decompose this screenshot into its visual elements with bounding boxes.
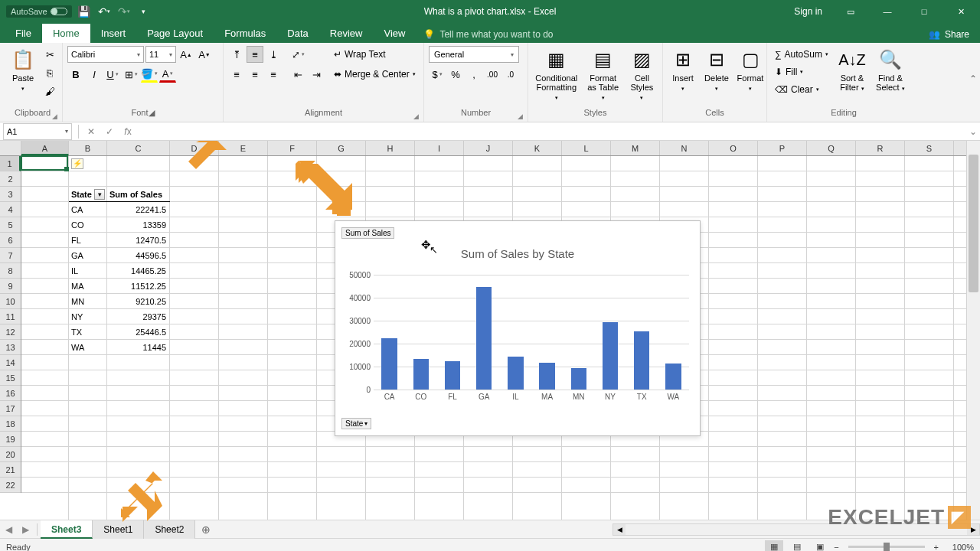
tab-home[interactable]: Home <box>42 24 90 43</box>
column-header[interactable]: K <box>513 141 562 155</box>
cell[interactable]: 25446.5 <box>107 324 168 340</box>
enter-formula-icon[interactable]: ✓ <box>100 126 119 137</box>
align-bottom-icon[interactable]: ⤓ <box>265 46 282 63</box>
chart-field-button-axis[interactable]: State ▾ <box>341 418 371 429</box>
cell[interactable]: 13359 <box>107 217 168 233</box>
quick-analysis-icon[interactable]: ⚡ <box>71 158 83 169</box>
chart-bar[interactable] <box>381 338 397 390</box>
chart-bar[interactable] <box>413 359 430 390</box>
column-header[interactable]: P <box>758 141 807 155</box>
column-header[interactable]: C <box>107 141 170 155</box>
row-header[interactable]: 10 <box>0 294 21 309</box>
underline-button[interactable]: U <box>104 66 121 83</box>
font-size-combo[interactable]: 11▾ <box>145 46 176 63</box>
chart-bar[interactable] <box>508 357 524 390</box>
row-header[interactable]: 11 <box>0 309 21 324</box>
chart-field-button-value[interactable]: Sum of Sales <box>341 227 394 239</box>
qat-customize-icon[interactable]: ▾ <box>136 4 152 19</box>
ribbon-options-icon[interactable]: ▭ <box>833 0 868 23</box>
cell[interactable]: Sum of Sales <box>107 187 168 202</box>
row-header[interactable]: 21 <box>0 462 21 478</box>
column-header[interactable]: L <box>562 141 611 155</box>
dialog-launcher-icon[interactable]: ◢ <box>413 112 419 120</box>
number-format-combo[interactable]: General▾ <box>429 46 519 63</box>
pivot-chart[interactable]: Sum of Sales Sum of Sales by State 01000… <box>335 220 701 436</box>
column-header[interactable]: O <box>709 141 758 155</box>
share-button[interactable]: 👥 Share <box>929 29 980 43</box>
fx-icon[interactable]: fx <box>119 126 137 137</box>
cell[interactable]: GA <box>69 248 106 263</box>
cell[interactable]: 11512.25 <box>107 279 168 294</box>
pivot-filter-dropdown[interactable]: ▾ <box>94 189 105 200</box>
cell[interactable]: MN <box>69 294 106 309</box>
row-header[interactable]: 16 <box>0 386 21 401</box>
column-header[interactable]: H <box>366 141 415 155</box>
delete-cells-button[interactable]: ⊟Delete▾ <box>701 46 732 93</box>
column-headers[interactable]: ABCDEFGHIJKLMNOPQRS <box>21 141 966 156</box>
worksheet-grid[interactable]: ABCDEFGHIJKLMNOPQRS 12345678910111213141… <box>0 141 980 520</box>
chart-bar[interactable] <box>476 287 492 390</box>
column-header[interactable]: R <box>856 141 905 155</box>
chart-plot-area[interactable]: 01000020000300004000050000CACOFLGAILMAMN… <box>374 275 689 390</box>
tellme-input[interactable]: 💡 Tell me what you want to do <box>423 29 553 43</box>
bold-button[interactable]: B <box>67 66 84 83</box>
column-header[interactable]: D <box>170 141 219 155</box>
format-cells-button[interactable]: ▢Format▾ <box>735 46 766 93</box>
format-painter-icon[interactable]: 🖌 <box>41 83 58 99</box>
cell[interactable]: 44596.5 <box>107 248 168 263</box>
page-layout-view-icon[interactable]: ▤ <box>788 540 806 552</box>
italic-button[interactable]: I <box>86 66 103 83</box>
font-color-button[interactable]: A <box>159 66 176 83</box>
maximize-button[interactable]: □ <box>906 0 942 23</box>
tab-review[interactable]: Review <box>319 24 374 43</box>
normal-view-icon[interactable]: ▦ <box>765 540 783 552</box>
align-top-icon[interactable]: ⤒ <box>228 46 245 63</box>
cancel-formula-icon[interactable]: ✕ <box>82 126 100 137</box>
align-left-icon[interactable]: ≡ <box>228 66 245 83</box>
cell[interactable]: CO <box>69 217 106 233</box>
save-icon[interactable]: 💾 <box>77 4 92 19</box>
sheet-nav-prev-icon[interactable]: ◀ <box>0 524 17 535</box>
decrease-font-icon[interactable]: A▼ <box>196 46 213 63</box>
accounting-format-icon[interactable]: $ <box>429 66 446 83</box>
cell[interactable]: 11445 <box>107 340 168 355</box>
sheet-tab-sheet1[interactable]: Sheet1 <box>93 520 144 539</box>
row-header[interactable]: 4 <box>0 202 21 217</box>
column-header[interactable]: B <box>69 141 107 155</box>
column-header[interactable]: A <box>21 141 69 155</box>
cell[interactable]: FL <box>69 233 106 248</box>
column-header[interactable]: E <box>219 141 268 155</box>
row-header[interactable]: 2 <box>0 171 21 187</box>
dialog-launcher-icon[interactable]: ◢ <box>518 112 523 120</box>
column-header[interactable]: I <box>415 141 464 155</box>
row-header[interactable]: 8 <box>0 263 21 279</box>
decrease-decimal-icon[interactable]: .0 <box>502 66 519 83</box>
vertical-scrollbar[interactable] <box>966 141 980 520</box>
row-headers[interactable]: 12345678910111213141516171819202122 <box>0 156 21 493</box>
redo-icon[interactable]: ↷▾ <box>116 4 132 19</box>
undo-icon[interactable]: ↶▾ <box>96 4 112 19</box>
tab-formulas[interactable]: Formulas <box>214 24 276 43</box>
row-header[interactable]: 19 <box>0 432 21 447</box>
close-button[interactable]: ✕ <box>943 0 978 23</box>
copy-icon[interactable]: ⎘ <box>41 64 58 81</box>
row-header[interactable]: 3 <box>0 187 21 202</box>
percent-format-icon[interactable]: % <box>447 66 464 83</box>
cell[interactable]: IL <box>69 263 106 279</box>
row-header[interactable]: 7 <box>0 248 21 263</box>
decrease-indent-icon[interactable]: ⇤ <box>289 66 306 83</box>
row-header[interactable]: 6 <box>0 233 21 248</box>
border-button[interactable]: ⊞ <box>122 66 139 83</box>
zoom-in-button[interactable]: + <box>934 543 939 552</box>
row-header[interactable]: 13 <box>0 340 21 355</box>
column-header[interactable]: G <box>317 141 366 155</box>
cut-icon[interactable]: ✂ <box>41 46 58 63</box>
tab-view[interactable]: View <box>373 24 416 43</box>
collapse-ribbon-icon[interactable]: ⌃ <box>969 73 977 84</box>
column-header[interactable]: J <box>464 141 513 155</box>
row-header[interactable]: 17 <box>0 401 21 416</box>
column-header[interactable]: F <box>268 141 317 155</box>
row-header[interactable]: 15 <box>0 370 21 386</box>
tab-insert[interactable]: Insert <box>90 24 137 43</box>
chart-bar[interactable] <box>603 322 619 390</box>
